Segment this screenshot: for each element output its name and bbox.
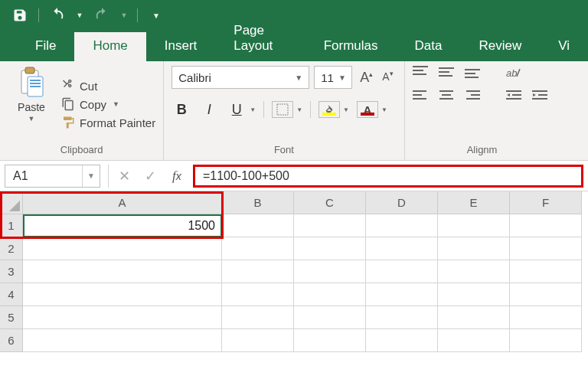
cell-a2[interactable] [23,237,222,260]
cell-e6[interactable] [438,329,510,352]
font-color-dropdown-icon[interactable]: ▼ [381,106,387,113]
cell-b5[interactable] [222,306,294,329]
font-name-select[interactable]: Calibri ▼ [172,66,309,89]
row-header-5[interactable]: 5 [0,306,23,329]
cell-f3[interactable] [510,260,582,283]
cell-b2[interactable] [222,237,294,260]
cell-b4[interactable] [222,283,294,306]
column-header-e[interactable]: E [438,191,510,214]
paste-dropdown-icon[interactable]: ▼ [28,115,35,122]
name-box[interactable] [5,169,82,183]
cell-e1[interactable] [438,214,510,237]
align-bottom-button[interactable] [465,66,485,83]
cell-c5[interactable] [294,306,366,329]
row-header-6[interactable]: 6 [0,329,23,352]
select-all-corner[interactable] [0,191,23,214]
chevron-down-icon[interactable]: ▼ [290,74,302,82]
align-top-button[interactable] [413,66,433,83]
row-header-4[interactable]: 4 [0,283,23,306]
cell-e5[interactable] [438,306,510,329]
cell-b1[interactable] [222,214,294,237]
cell-b6[interactable] [222,329,294,352]
copy-dropdown-icon[interactable]: ▼ [113,100,119,108]
tab-home[interactable]: Home [74,32,145,61]
cell-d4[interactable] [366,283,438,306]
cell-f6[interactable] [510,329,582,352]
cell-a3[interactable] [23,260,222,283]
cancel-formula-button[interactable]: ✕ [112,165,138,188]
font-color-button[interactable]: A [357,101,378,118]
align-middle-button[interactable] [439,66,459,83]
column-header-b[interactable]: B [222,191,294,214]
row-header-1[interactable]: 1 [0,214,23,237]
align-center-button[interactable] [439,89,459,106]
cell-c2[interactable] [294,237,366,260]
cell-f2[interactable] [510,237,582,260]
underline-button[interactable]: U [227,102,247,118]
row-header-3[interactable]: 3 [0,260,23,283]
cell-e4[interactable] [438,283,510,306]
column-header-c[interactable]: C [294,191,366,214]
cell-a1[interactable]: 1500 [23,214,222,237]
tab-review[interactable]: Review [460,32,540,61]
underline-dropdown-icon[interactable]: ▼ [250,106,256,113]
cell-e3[interactable] [438,260,510,283]
column-header-f[interactable]: F [510,191,582,214]
redo-icon[interactable] [93,6,111,24]
cell-d1[interactable] [366,214,438,237]
cell-d6[interactable] [366,329,438,352]
cell-d5[interactable] [366,306,438,329]
name-box-dropdown-icon[interactable]: ▼ [82,165,100,187]
cell-f4[interactable] [510,283,582,306]
decrease-font-size-button[interactable]: A▾ [379,68,396,87]
column-header-d[interactable]: D [366,191,438,214]
formula-input[interactable] [193,165,583,188]
enter-formula-button[interactable]: ✓ [138,165,164,188]
borders-dropdown-icon[interactable]: ▼ [296,106,302,113]
font-size-select[interactable]: 11 ▼ [314,66,352,89]
cell-c1[interactable] [294,214,366,237]
tab-file[interactable]: File [17,32,74,61]
increase-font-size-button[interactable]: A▴ [357,68,376,87]
row-header-2[interactable]: 2 [0,237,23,260]
redo-dropdown-icon[interactable]: ▼ [120,6,128,24]
paste-button[interactable]: Paste ▼ [8,66,55,142]
cell-a4[interactable] [23,283,222,306]
customize-qat-dropdown-icon[interactable]: ▼ [147,6,165,24]
italic-button[interactable]: I [199,102,219,118]
cut-button[interactable]: Cut [61,79,155,93]
borders-button[interactable] [272,101,293,118]
undo-icon[interactable] [48,6,67,24]
format-painter-button[interactable]: Format Painter [61,116,155,129]
decrease-indent-button[interactable] [506,89,526,106]
align-left-button[interactable] [413,89,433,106]
cell-b3[interactable] [222,260,294,283]
copy-button[interactable]: Copy ▼ [61,97,155,111]
tab-data[interactable]: Data [397,32,461,61]
align-right-button[interactable] [465,89,485,106]
cell-f1[interactable] [510,214,582,237]
orientation-button[interactable]: ab [506,66,526,83]
bold-button[interactable]: B [172,102,191,118]
cell-f5[interactable] [510,306,582,329]
cell-a5[interactable] [23,306,222,329]
cell-c6[interactable] [294,329,366,352]
increase-indent-button[interactable] [532,89,552,106]
fill-color-button[interactable] [318,101,340,118]
cell-e2[interactable] [438,237,510,260]
chevron-down-icon[interactable]: ▼ [334,74,346,82]
cell-c3[interactable] [294,260,366,283]
fill-color-dropdown-icon[interactable]: ▼ [343,106,349,113]
cell-d3[interactable] [366,260,438,283]
tab-page-layout[interactable]: Page Layout [215,17,305,61]
tab-insert[interactable]: Insert [146,32,216,61]
cell-a6[interactable] [23,329,222,352]
insert-function-button[interactable]: fx [164,165,190,188]
cell-c4[interactable] [294,283,366,306]
undo-dropdown-icon[interactable]: ▼ [76,6,83,24]
cell-d2[interactable] [366,237,438,260]
tab-formulas[interactable]: Formulas [305,32,397,61]
column-header-a[interactable]: A [23,191,222,214]
save-icon[interactable] [11,6,29,24]
tab-view[interactable]: Vi [540,32,588,61]
